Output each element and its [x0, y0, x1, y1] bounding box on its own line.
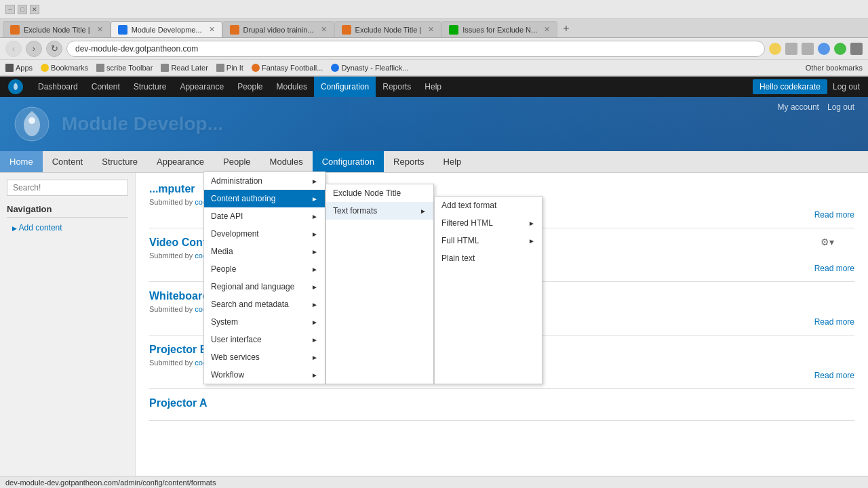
close-button[interactable]: ✕: [30, 5, 39, 14]
address-input[interactable]: [66, 41, 765, 57]
apps-bookmark-icon: [5, 64, 14, 72]
bookmark-dynasty[interactable]: Dynasty - Fleaflick...: [331, 64, 408, 72]
window-controls: – □ ✕: [5, 5, 39, 14]
nav-reports[interactable]: Reports: [384, 151, 434, 172]
tab-2[interactable]: Module Developme... ✕: [111, 21, 222, 37]
read-more-2[interactable]: Read more: [814, 317, 854, 327]
tab-close-4[interactable]: ✕: [428, 25, 434, 34]
config-item-date-api[interactable]: Date API ►: [204, 207, 325, 225]
arrow-user-interface: ►: [311, 336, 318, 344]
bookmark-scribe[interactable]: scribe Toolbar: [96, 64, 153, 72]
admin-logout-link[interactable]: Log out: [833, 82, 860, 92]
home-nav-button[interactable]: Home: [0, 151, 43, 172]
admin-nav-structure[interactable]: Structure: [127, 77, 174, 97]
minimize-button[interactable]: –: [5, 5, 15, 14]
profile-icon[interactable]: [834, 43, 846, 55]
nav-help[interactable]: Help: [434, 151, 471, 172]
new-tab-button[interactable]: +: [557, 21, 574, 36]
tab-5[interactable]: Issues for Exclude N... ✕: [441, 21, 557, 37]
bookmark-pinit[interactable]: Pin It: [216, 64, 243, 72]
tab-close-1[interactable]: ✕: [97, 25, 103, 34]
apps-icon[interactable]: [818, 43, 830, 55]
nav-content[interactable]: Content: [43, 151, 93, 172]
config-item-web-services[interactable]: Web services ►: [204, 348, 325, 366]
admin-nav-configuration[interactable]: Configuration: [314, 77, 376, 97]
tab-1[interactable]: Exclude Node Title | ✕: [3, 21, 111, 37]
bookmark-readlater[interactable]: Read Later: [161, 64, 208, 72]
settings-icon[interactable]: [785, 43, 797, 55]
sub-full-html[interactable]: Full HTML ►: [435, 232, 542, 249]
tab-favicon-5: [449, 25, 458, 35]
tab-4[interactable]: Exclude Node Title | ✕: [334, 21, 442, 37]
bookmark-star-icon[interactable]: [769, 43, 781, 55]
tab-close-5[interactable]: ✕: [544, 25, 550, 34]
add-content-link[interactable]: Add content: [7, 222, 128, 234]
config-item-user-interface[interactable]: User interface ►: [204, 331, 325, 348]
svg-point-2: [28, 117, 35, 124]
admin-nav-help[interactable]: Help: [418, 77, 448, 97]
maximize-button[interactable]: □: [18, 5, 27, 14]
other-bookmarks[interactable]: Other bookmarks: [806, 64, 863, 72]
site-header: Module Develop... My account Log out: [0, 97, 868, 151]
tab-favicon-3: [230, 25, 239, 35]
config-menu-l1: Administration ► Content authoring ► Dat…: [203, 171, 326, 384]
sub-text-formats[interactable]: Text formats ►: [326, 202, 433, 220]
admin-nav-reports[interactable]: Reports: [376, 77, 418, 97]
admin-nav-dashboard[interactable]: Dashboard: [31, 77, 85, 97]
read-more-3[interactable]: Read more: [814, 371, 854, 380]
bookmark-apps[interactable]: Apps: [5, 64, 33, 72]
config-item-search[interactable]: Search and metadata ►: [204, 296, 325, 313]
tab-close-2[interactable]: ✕: [209, 25, 215, 34]
sub-plain-text[interactable]: Plain text: [435, 249, 542, 267]
admin-nav-modules[interactable]: Modules: [270, 77, 314, 97]
config-item-development[interactable]: Development ►: [204, 225, 325, 243]
reload-button[interactable]: ↻: [46, 41, 62, 57]
logout-top-link[interactable]: Log out: [827, 102, 854, 112]
config-item-system[interactable]: System ►: [204, 313, 325, 331]
address-bar-row: ‹ › ↻: [0, 38, 868, 60]
gear-icon-1[interactable]: ⚙▾: [821, 237, 834, 247]
bookmark-pinit-label: Pin It: [226, 64, 243, 72]
config-item-workflow[interactable]: Workflow ►: [204, 366, 325, 384]
nav-configuration[interactable]: Configuration: [313, 151, 384, 172]
browser-toolbar-icons: [769, 43, 863, 55]
read-more-1[interactable]: Read more: [814, 264, 854, 273]
content-title-4[interactable]: Projector A: [149, 397, 854, 409]
sub-add-text-format[interactable]: Add text format: [435, 197, 542, 214]
config-item-administration[interactable]: Administration ►: [204, 172, 325, 190]
nav-structure[interactable]: Structure: [92, 151, 147, 172]
arrow-date-api: ►: [311, 213, 318, 220]
user-greeting-badge[interactable]: Hello codekarate: [753, 79, 827, 94]
back-button[interactable]: ‹: [5, 41, 22, 57]
fantasy-icon: [252, 64, 260, 72]
sub-exclude-node-title[interactable]: Exclude Node Title: [326, 184, 433, 202]
admin-nav-content[interactable]: Content: [85, 77, 127, 97]
nav-people[interactable]: People: [214, 151, 260, 172]
config-item-people[interactable]: People ►: [204, 260, 325, 278]
admin-nav-people[interactable]: People: [231, 77, 269, 97]
nav-modules[interactable]: Modules: [260, 151, 313, 172]
sub-filtered-html[interactable]: Filtered HTML ►: [435, 214, 542, 232]
tab-3[interactable]: Drupal video trainin... ✕: [222, 21, 334, 37]
bookmark-bookmarks[interactable]: Bookmarks: [41, 64, 88, 72]
site-title: Module Develop...: [62, 113, 223, 135]
configuration-dropdown: Administration ► Content authoring ► Dat…: [203, 171, 542, 384]
bookmark-fantasy[interactable]: Fantasy Football...: [252, 64, 323, 72]
dynasty-icon: [331, 64, 339, 72]
my-account-link[interactable]: My account: [778, 102, 819, 112]
content-authoring-submenu: Exclude Node Title Text formats ►: [326, 184, 434, 384]
read-more-0[interactable]: Read more: [814, 210, 854, 220]
tab-close-3[interactable]: ✕: [321, 25, 327, 34]
download-icon[interactable]: [802, 43, 814, 55]
tab-label-3: Drupal video trainin...: [243, 26, 314, 34]
forward-button[interactable]: ›: [26, 41, 42, 57]
config-item-content-authoring[interactable]: Content authoring ►: [204, 190, 325, 207]
tab-label-2: Module Developme...: [132, 26, 202, 34]
site-title-area: Module Develop...: [62, 113, 223, 135]
config-item-regional[interactable]: Regional and language ►: [204, 278, 325, 296]
config-item-media[interactable]: Media ►: [204, 243, 325, 260]
admin-nav-appearance[interactable]: Appearance: [173, 77, 231, 97]
nav-appearance[interactable]: Appearance: [147, 151, 214, 172]
menu-icon[interactable]: [850, 43, 863, 55]
search-input[interactable]: [7, 180, 128, 196]
